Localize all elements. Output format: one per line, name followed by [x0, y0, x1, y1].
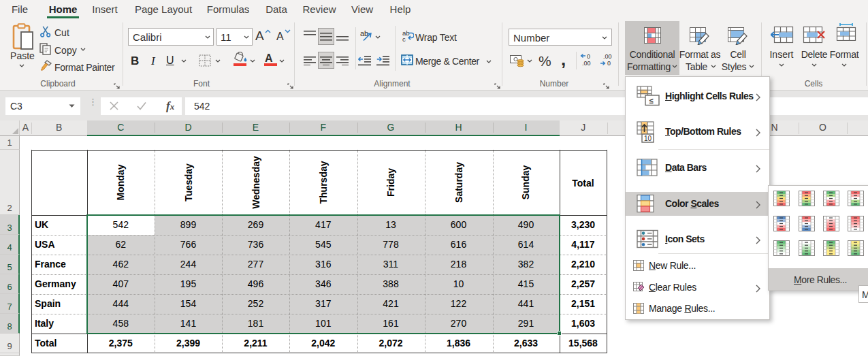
svg-text:10: 10	[644, 135, 652, 142]
svg-text:.00: .00	[603, 53, 612, 60]
svg-text:.00: .00	[582, 60, 591, 67]
svg-text:≤: ≤	[649, 97, 654, 105]
svg-text:c: c	[402, 35, 406, 42]
svg-text:0: 0	[587, 53, 590, 60]
svg-text:0: 0	[607, 60, 611, 67]
